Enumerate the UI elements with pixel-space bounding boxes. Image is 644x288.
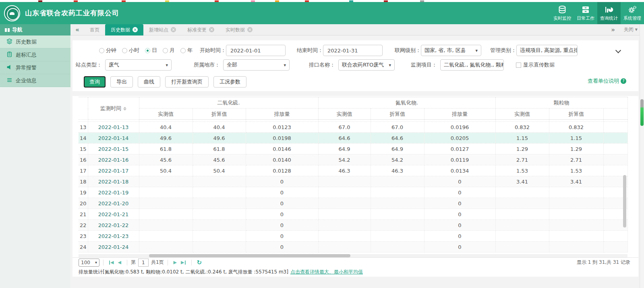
unit-help-link[interactable]: 查看单位说明 ? [588, 77, 626, 85]
curve-button[interactable]: 曲线 [138, 76, 160, 88]
emission-stats-text: 排放量统计[氮氧化物:0.583 t, 颗粒物:0.0102 t, 二氧化硫.:… [79, 269, 288, 275]
time-column-header[interactable]: 监测时间 [88, 97, 139, 120]
table-row[interactable]: 232022-01-2300 [79, 231, 627, 242]
start-time-input[interactable] [226, 45, 286, 56]
radio-month[interactable]: 月 [163, 47, 175, 54]
nav-item-system-management[interactable]: 系统管理 [621, 2, 644, 24]
tab-standard-change[interactable]: 标准变更 × [182, 24, 220, 35]
close-icon[interactable]: × [247, 27, 253, 32]
radio-hour[interactable]: 小时 [122, 47, 139, 54]
cell-value: 49.6 [193, 133, 246, 144]
sidebar: 导航 历史数据 超标汇总 异常报警 企业信息 [0, 24, 70, 288]
refresh-icon[interactable]: ↻ [197, 259, 202, 266]
cell-value [495, 198, 549, 209]
tab-history-data[interactable]: 历史数据 × [105, 24, 143, 35]
table-row[interactable]: 182022-01-18003.413.41 [79, 176, 627, 187]
management-type-select[interactable]: 违规项目, 高架源, 重点排 ▾ [516, 45, 578, 56]
end-time-input[interactable] [323, 45, 383, 56]
page-scrollbar-thumb[interactable] [640, 99, 644, 126]
pagination-bar: 100 ▾ ◀ ◀ 第 共1页 ▶ ▶ ↻ 显示 1 到 31,共 31 记录 [72, 257, 638, 267]
horizontal-scrollbar-thumb[interactable] [149, 254, 350, 257]
nav-item-daily-work[interactable]: 日常工作 [574, 2, 597, 24]
cell-value [193, 231, 246, 242]
close-tabs-menu[interactable]: 关闭 ▼ [624, 26, 638, 33]
sort-icon [123, 107, 126, 111]
cell-date: 2022-01-15 [88, 144, 139, 154]
cell-row-number: 13 [79, 122, 88, 133]
cell-value [139, 198, 193, 209]
last-page-button[interactable]: ▶ [181, 260, 185, 265]
cell-value [139, 242, 193, 253]
radio-minute[interactable]: 分钟 [99, 47, 116, 54]
table-row[interactable]: 142022-01-1449.649.60.019864.664.60.0205… [79, 133, 627, 144]
table-row[interactable]: 132022-01-1340.440.40.012367.067.00.0196… [79, 122, 627, 133]
export-button[interactable]: 导出 [110, 76, 133, 88]
station-type-select[interactable]: 废气 ▾ [105, 59, 172, 71]
radio-day[interactable]: 日 [145, 47, 157, 54]
cell-value: 64.6 [371, 133, 424, 144]
data-panel: 监测时间 二氧化硫. 氮氧化物. 颗粒物 实测值 折算值 排放量 实测值 折算值… [72, 96, 638, 277]
table-row[interactable]: 162022-01-1645.645.60.014054.254.20.0119… [79, 154, 627, 165]
caret-down-icon: ▼ [635, 28, 638, 31]
close-icon[interactable]: × [209, 27, 214, 32]
cell-value: 0 [424, 209, 495, 220]
chevron-down-icon: ▾ [163, 63, 168, 68]
table-row[interactable]: 172022-01-1750.450.40.012846.346.30.0134… [79, 165, 627, 176]
tab-home[interactable]: 首页 [84, 24, 105, 35]
close-icon[interactable]: × [171, 27, 176, 32]
page-number-input[interactable] [138, 259, 149, 267]
tab-realtime-data[interactable]: 实时数据 × [220, 24, 258, 35]
cell-value [603, 144, 627, 154]
page-size-select[interactable]: 100 ▾ [79, 259, 99, 267]
col-header: 排放量 [246, 109, 318, 120]
page-scrollbar[interactable] [640, 24, 644, 288]
layers-icon [6, 38, 12, 46]
view-detail-link[interactable]: 点击查看详情最大、最小和平均值 [290, 269, 363, 275]
top-nav: 实时监控 日常工作 查询统计 系统管理 [551, 2, 644, 24]
app-root: 山东省联合农药工业有限公司 实时监控 日常工作 查询统计 系统管理 导航 [0, 0, 644, 288]
query-button[interactable]: 查询 [84, 76, 106, 88]
city-select[interactable]: 全部 ▾ [223, 59, 290, 71]
table-group-header-row: 监测时间 二氧化硫. 氮氧化物. 颗粒物 [79, 97, 627, 109]
cell-value: 2.71 [549, 154, 603, 165]
table-row[interactable]: 242022-01-2400 [79, 242, 627, 253]
table-row[interactable]: 192022-01-1900 [79, 187, 627, 198]
working-params-button[interactable]: 工况参数 [213, 76, 246, 88]
next-page-button[interactable]: ▶ [174, 260, 177, 265]
cell-value: 0 [424, 198, 495, 209]
cell-value: 40.4 [193, 122, 246, 133]
cell-row-number: 18 [79, 176, 88, 187]
speaker-icon [6, 64, 12, 71]
cell-row-number: 20 [79, 198, 88, 209]
cell-date: 2022-01-24 [88, 242, 139, 253]
sidebar-item-company-info[interactable]: 企业信息 [0, 74, 70, 87]
start-time-label: 开始时间： [200, 47, 226, 54]
period-radio-group: 分钟 小时 日 月 年 [99, 47, 193, 54]
table-row[interactable]: 152022-01-1561.861.80.014664.964.90.0127… [79, 144, 627, 154]
radio-year[interactable]: 年 [180, 47, 193, 54]
prev-page-button[interactable]: ◀ [118, 260, 121, 265]
sidebar-item-exceed-summary[interactable]: 超标汇总 [0, 48, 70, 61]
table-row[interactable]: 212022-01-2100 [79, 209, 627, 220]
cell-value [193, 220, 246, 231]
direct-data-checkbox[interactable]: 显示直传数据 [516, 61, 555, 69]
table-vertical-scrollbar-thumb[interactable] [623, 175, 626, 227]
horizontal-scrollbar[interactable] [79, 254, 627, 257]
table-row[interactable]: 202022-01-2000 [79, 198, 627, 209]
table-row[interactable]: 222022-01-2200 [79, 220, 627, 231]
sidebar-item-abnormal-alarm[interactable]: 异常报警 [0, 61, 70, 74]
first-page-button[interactable]: ◀ [109, 260, 114, 265]
collapse-tabs-icon[interactable]: « [70, 26, 84, 33]
sidebar-item-history-data[interactable]: 历史数据 [0, 35, 70, 48]
page-prefix-label: 第 [131, 259, 136, 266]
monitor-item-select[interactable]: 二氧化硫., 氮氧化物., 颗粒 ▾ [440, 59, 504, 71]
nav-item-realtime-monitor[interactable]: 实时监控 [551, 2, 574, 24]
cell-value: 1.29 [549, 144, 603, 154]
close-icon[interactable]: × [133, 27, 138, 32]
network-level-select[interactable]: 国家, 省, 市, 区县 ▾ [421, 45, 481, 56]
outlet-select[interactable]: 联合农药RTO废气 ▾ [338, 59, 395, 71]
nav-item-query-statistics[interactable]: 查询统计 [597, 2, 621, 24]
tab-new-station[interactable]: 新增站点 × [143, 24, 182, 35]
open-new-query-button[interactable]: 打开新查询页 [165, 76, 209, 88]
expand-tabs-icon[interactable]: » [611, 26, 615, 33]
